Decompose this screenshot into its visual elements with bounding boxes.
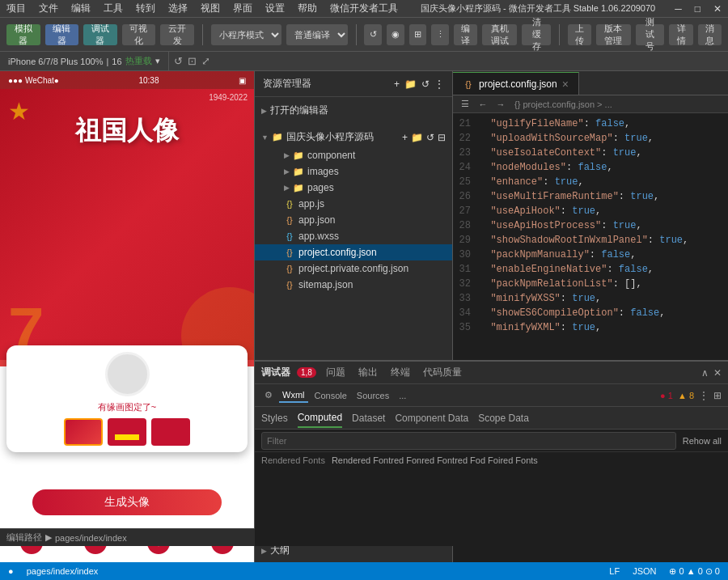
subnav-component-data[interactable]: Component Data bbox=[395, 409, 468, 427]
file-app-js[interactable]: {} app.js bbox=[255, 196, 452, 212]
editor-forward-icon[interactable]: → bbox=[493, 97, 508, 112]
rotate-button[interactable]: ↺ bbox=[174, 55, 183, 67]
mode-select[interactable]: 小程序模式 bbox=[211, 24, 281, 45]
tab-close-icon[interactable]: × bbox=[562, 78, 569, 91]
collapse-icon[interactable]: ⋮ bbox=[434, 78, 444, 90]
menu-item-help[interactable]: 帮助 bbox=[298, 2, 317, 15]
devtools-tab-sources[interactable]: Sources bbox=[353, 389, 392, 402]
editor-back-icon[interactable]: ← bbox=[476, 97, 490, 112]
folder-pages[interactable]: ▶ 📁 pages bbox=[255, 180, 452, 196]
settings2-button[interactable]: ⋮ bbox=[431, 24, 449, 45]
devtools-tab-quality[interactable]: 代码质量 bbox=[420, 366, 465, 379]
cloud-button[interactable]: 云开发 bbox=[160, 24, 194, 45]
refresh-button[interactable]: ↺ bbox=[364, 24, 382, 45]
upload-button[interactable]: 上传 bbox=[568, 24, 591, 45]
grid-button[interactable]: ⊞ bbox=[409, 24, 427, 45]
thumb-1[interactable] bbox=[64, 418, 103, 446]
images-folder-icon: 📁 bbox=[293, 166, 304, 177]
menu-item-select[interactable]: 选择 bbox=[168, 2, 188, 15]
compile-select[interactable]: 普通编译 bbox=[286, 24, 348, 45]
code-line-23: 23 "useIsolateContext": true, bbox=[453, 146, 728, 160]
editor-hamburger-icon[interactable]: ☰ bbox=[458, 97, 472, 112]
simulator-button[interactable]: 模拟器 bbox=[6, 24, 40, 45]
editor-button[interactable]: 编辑器 bbox=[45, 24, 79, 45]
new-file-icon[interactable]: + bbox=[394, 78, 400, 90]
rehow-all-button[interactable]: Rehow all bbox=[683, 436, 722, 446]
generate-button[interactable]: 生成头像 bbox=[32, 489, 222, 515]
menu-item-view[interactable]: 视图 bbox=[201, 2, 220, 15]
tab-project-config[interactable]: {} project.config.json × bbox=[453, 72, 579, 95]
preview-button[interactable]: ◉ bbox=[387, 24, 404, 45]
version-button[interactable]: 版本管理 bbox=[596, 24, 631, 45]
folder-component[interactable]: ▶ 📁 component bbox=[255, 147, 452, 163]
menu-item-file[interactable]: 文件 bbox=[39, 2, 58, 15]
hot-reload-label[interactable]: 热重载 bbox=[125, 55, 152, 67]
menu-item-tools[interactable]: 工具 bbox=[104, 2, 123, 15]
devtools-more-options-icon[interactable]: ⋮ bbox=[699, 390, 709, 401]
dropdown-icon[interactable]: ▾ bbox=[155, 56, 160, 66]
debugger-button[interactable]: 调试器 bbox=[83, 24, 117, 45]
thumb-3[interactable] bbox=[151, 418, 190, 446]
project-folder-icon2[interactable]: 📁 bbox=[411, 132, 423, 143]
fullscreen-button[interactable]: ⤢ bbox=[201, 55, 210, 67]
devtools-nav-settings-icon[interactable]: ⚙ bbox=[261, 388, 276, 402]
thumb-2[interactable] bbox=[108, 418, 146, 446]
menu-item-weixin[interactable]: 微信开发者工具 bbox=[330, 2, 398, 15]
menu-item-ui[interactable]: 界面 bbox=[233, 2, 252, 15]
devtools-close-icon[interactable]: ✕ bbox=[713, 367, 722, 379]
devtools-nav-more-icon[interactable]: ... bbox=[396, 389, 409, 402]
explorer-header-actions: + 📁 ↺ ⋮ bbox=[394, 78, 444, 90]
code-line-27: 27 "useApiHook": true, bbox=[453, 204, 728, 218]
new-folder-icon[interactable]: 📁 bbox=[404, 78, 417, 90]
devtools-header-right: ∧ ✕ bbox=[701, 367, 722, 379]
project-refresh-icon[interactable]: ↺ bbox=[426, 132, 434, 143]
visual-button[interactable]: 可视化 bbox=[122, 24, 156, 45]
project-collapse-icon[interactable]: ⊟ bbox=[438, 132, 446, 143]
line-num-27: 27 bbox=[453, 204, 479, 218]
opened-editors-header[interactable]: ▶ 打开的编辑器 bbox=[255, 100, 452, 121]
machine-debug-button[interactable]: 真机调试 bbox=[482, 24, 517, 45]
devtools-expand-icon[interactable]: ⊞ bbox=[713, 390, 722, 401]
devtools-tab-problem[interactable]: 问题 bbox=[323, 366, 349, 379]
appjs-label: app.js bbox=[298, 198, 324, 210]
window-minimize[interactable]: ─ bbox=[675, 3, 682, 15]
subnav-styles[interactable]: Styles bbox=[261, 409, 288, 427]
compile-button[interactable]: 编译 bbox=[454, 24, 477, 45]
file-project-config[interactable]: {} project.config.json bbox=[255, 244, 452, 260]
message-button[interactable]: 消息 bbox=[698, 24, 722, 45]
code-line-32: 32 "packNpmRelationList": [], bbox=[453, 277, 728, 291]
subnav-computed[interactable]: Computed bbox=[298, 409, 342, 428]
opened-editors-section: ▶ 打开的编辑器 bbox=[255, 97, 452, 124]
project-add-icon[interactable]: + bbox=[402, 132, 408, 143]
file-app-wxss[interactable]: {} app.wxss bbox=[255, 228, 452, 244]
subnav-scope-data[interactable]: Scope Data bbox=[478, 409, 529, 427]
devtools-subnav: Styles Computed Dataset Component Data S… bbox=[255, 407, 728, 430]
subnav-dataset[interactable]: Dataset bbox=[352, 409, 385, 427]
window-maximize[interactable]: □ bbox=[695, 3, 700, 15]
simulator-screen: ●●● WeChat● 10:38 ▣ 1949-2022 ★ 祖国人像 7 bbox=[0, 71, 254, 564]
devtools-tab-console[interactable]: Console bbox=[311, 389, 350, 402]
devtools-tab-wxml[interactable]: Wxml bbox=[279, 388, 308, 403]
window-close[interactable]: ✕ bbox=[713, 3, 722, 15]
project-header[interactable]: ▼ 📁 国庆头像小程序源码 + 📁 ↺ ⊟ bbox=[255, 127, 452, 147]
menu-item-project[interactable]: 项目 bbox=[6, 2, 26, 15]
code-line-31: 31 "enableEngineNative": false, bbox=[453, 262, 728, 277]
test-button[interactable]: 测试号 bbox=[636, 24, 665, 45]
menu-item-settings[interactable]: 设置 bbox=[265, 2, 285, 15]
clear-cache-button[interactable]: 清缓存 bbox=[522, 24, 551, 45]
filter-input[interactable] bbox=[261, 432, 676, 450]
devtools-chevron-up-icon[interactable]: ∧ bbox=[701, 367, 709, 379]
menu-item-goto[interactable]: 转到 bbox=[136, 2, 155, 15]
folder-images[interactable]: ▶ 📁 images bbox=[255, 163, 452, 180]
screenshot-button[interactable]: ⊡ bbox=[188, 55, 197, 67]
detail-button[interactable]: 详情 bbox=[669, 24, 692, 45]
refresh-icon[interactable]: ↺ bbox=[421, 78, 430, 90]
editor-breadcrumb: {} project.config.json > ... bbox=[511, 99, 616, 109]
file-project-private[interactable]: {} project.private.config.json bbox=[255, 260, 452, 277]
file-sitemap[interactable]: {} sitemap.json bbox=[255, 277, 452, 293]
devtools-tab-terminal[interactable]: 终端 bbox=[387, 366, 413, 379]
menu-item-edit[interactable]: 编辑 bbox=[71, 2, 91, 15]
line-num-31: 31 bbox=[453, 262, 479, 277]
devtools-tab-output[interactable]: 输出 bbox=[355, 366, 381, 379]
file-app-json[interactable]: {} app.json bbox=[255, 212, 452, 228]
